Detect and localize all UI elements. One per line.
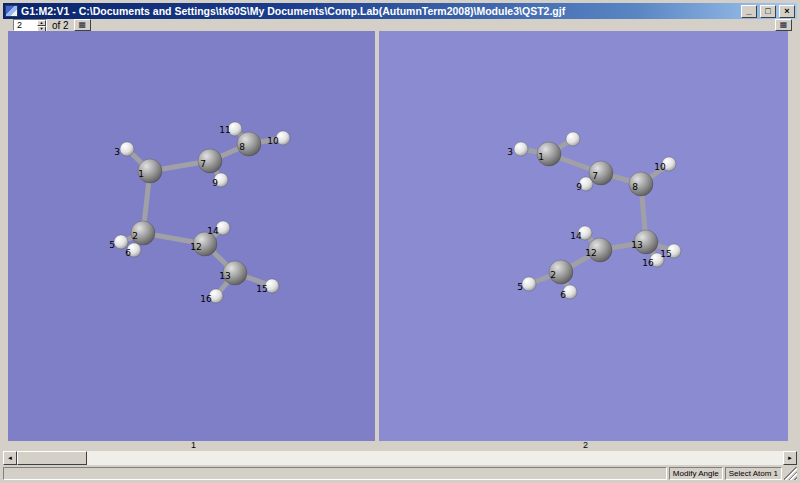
atom-label-10: 10	[654, 162, 666, 172]
grid-icon: ▦	[75, 20, 90, 30]
atom-label-1: 1	[538, 152, 544, 162]
close-button[interactable]: ×	[779, 5, 795, 18]
atom-label-5: 5	[517, 282, 523, 292]
maximize-button[interactable]: □	[760, 5, 776, 18]
app-window: G1:M2:V1 - C:\Documents and Settings\tk6…	[0, 0, 800, 483]
atom-label-11: 11	[219, 125, 230, 135]
atom-H3[interactable]	[514, 142, 528, 156]
scroll-right-icon[interactable]: ►	[783, 451, 797, 465]
app-icon	[5, 5, 18, 17]
molecule-canvas-1[interactable]: 3111108795261412131615	[8, 31, 375, 441]
atom-label-15: 15	[660, 249, 671, 259]
resize-grip[interactable]	[784, 467, 797, 480]
frame-spinbox[interactable]: 2 ▲ ▼	[13, 19, 47, 31]
atom-label-10: 10	[267, 136, 279, 146]
molecule-view-panel-1[interactable]: 3111108795261412131615	[8, 31, 375, 441]
atom-label-5: 5	[109, 240, 115, 250]
molecule-view-panel-2[interactable]: 31978101412131615526	[379, 31, 788, 441]
main-view-area: 3111108795261412131615 31978101412131615…	[3, 31, 797, 441]
atom-H4[interactable]	[566, 132, 580, 146]
atom-label-12: 12	[190, 242, 201, 252]
atom-label-9: 9	[212, 178, 218, 188]
atom-label-16: 16	[642, 258, 654, 268]
scroll-left-icon[interactable]: ◄	[3, 451, 17, 465]
atom-label-6: 6	[560, 290, 566, 300]
frame-spinbox-value: 2	[14, 20, 37, 30]
atom-label-7: 7	[592, 171, 598, 181]
status-select: Select Atom 1	[725, 467, 782, 480]
pane-label-strip: 1 2	[3, 441, 797, 451]
atom-label-14: 14	[570, 231, 582, 241]
toolbar: 2 ▲ ▼ of 2 ▦ ▦	[3, 19, 797, 31]
pane-label-1: 1	[191, 440, 196, 450]
atom-label-16: 16	[200, 294, 212, 304]
frame-list-button[interactable]: ▦	[74, 19, 91, 31]
atom-label-8: 8	[632, 182, 638, 192]
atom-label-13: 13	[631, 240, 642, 250]
atom-label-9: 9	[576, 182, 582, 192]
window-title: G1:M2:V1 - C:\Documents and Settings\tk6…	[21, 5, 738, 17]
atom-label-1: 1	[138, 169, 144, 179]
horizontal-scrollbar[interactable]: ◄ ►	[3, 451, 797, 465]
atom-label-8: 8	[239, 142, 245, 152]
atom-label-6: 6	[125, 248, 131, 258]
minimize-button[interactable]: _	[741, 5, 757, 18]
atom-label-13: 13	[219, 271, 230, 281]
atom-label-3: 3	[507, 147, 513, 157]
atom-H3[interactable]	[120, 142, 134, 156]
scrollbar-thumb[interactable]	[17, 451, 87, 465]
frame-count-label: of 2	[52, 20, 69, 31]
spinner-buttons: ▲ ▼	[37, 20, 46, 30]
scrollbar-track[interactable]	[17, 451, 783, 465]
atom-label-15: 15	[256, 284, 267, 294]
atom-label-2: 2	[132, 231, 138, 241]
atom-label-3: 3	[114, 147, 120, 157]
grid-icon: ▦	[776, 20, 791, 30]
molecule-canvas-2[interactable]: 31978101412131615526	[379, 31, 788, 441]
titlebar[interactable]: G1:M2:V1 - C:\Documents and Settings\tk6…	[3, 3, 797, 19]
atom-label-14: 14	[207, 226, 219, 236]
atom-H5[interactable]	[114, 235, 128, 249]
atom-label-7: 7	[200, 159, 206, 169]
atom-H5[interactable]	[522, 277, 536, 291]
pane-label-2: 2	[583, 440, 588, 450]
view-options-button[interactable]: ▦	[775, 19, 792, 31]
atom-label-2: 2	[550, 270, 556, 280]
status-message	[3, 467, 667, 480]
statusbar: Modify Angle Select Atom 1	[3, 465, 797, 480]
atom-label-12: 12	[585, 248, 596, 258]
status-mode: Modify Angle	[669, 467, 723, 480]
